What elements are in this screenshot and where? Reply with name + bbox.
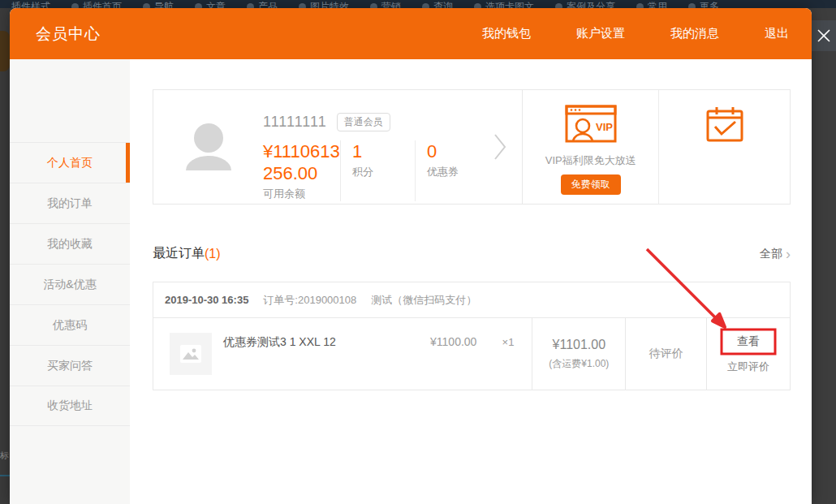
- background-nav-item: 查询: [422, 1, 453, 8]
- sidebar: 个人首页 我的订单 我的收藏 活动&优惠 优惠码 买家问答 收货地址: [10, 59, 130, 504]
- order-datetime: 2019-10-30 16:35: [165, 294, 248, 306]
- product-unit-price: ¥1100.00: [399, 335, 476, 348]
- username: 11111111: [263, 114, 327, 131]
- chevron-right-icon: ›: [786, 248, 791, 260]
- vip-promo-text: VIP福利限免大放送: [545, 153, 636, 168]
- member-level-badge: 普通会员: [337, 113, 390, 131]
- order-row: 优惠券测试3 1 XXL 12 ¥1100.00 ×1 ¥1101.00 (含运…: [153, 318, 790, 390]
- chevron-right-icon: [493, 132, 507, 162]
- view-all-link[interactable]: 全部 ›: [760, 247, 791, 261]
- order-total-cell: ¥1101.00 (含运费¥1.00): [532, 318, 625, 390]
- order-table: 2019-10-30 16:35 订单号:2019000108 测试（微信扫码支…: [153, 282, 791, 390]
- recent-orders-title: 最近订单: [153, 245, 205, 262]
- sidebar-item-home[interactable]: 个人首页: [10, 142, 130, 183]
- product-title[interactable]: 优惠券测试3 1 XXL 12: [223, 335, 399, 350]
- profile-detail-chevron[interactable]: [493, 132, 507, 165]
- order-status: 待评价: [649, 347, 683, 361]
- page-title: 会员中心: [36, 24, 101, 45]
- order-number: 订单号:2019000108: [263, 293, 356, 308]
- nav-my-wallet[interactable]: 我的钱包: [482, 26, 531, 41]
- vip-promo-cell: VIP VIP福利限免大放送 免费领取: [523, 90, 658, 204]
- nav-account-settings[interactable]: 账户设置: [576, 26, 625, 41]
- sidebar-item-orders[interactable]: 我的订单: [10, 183, 130, 223]
- close-icon: [816, 28, 832, 44]
- sidebar-item-promotions[interactable]: 活动&优惠: [10, 264, 130, 304]
- order-status-cell: 待评价: [625, 318, 706, 390]
- member-center-modal: 会员中心 我的钱包 账户设置 我的消息 退出 个人首页 我的订单 我的收藏 活动…: [10, 8, 812, 504]
- background-nav-item: 导航: [143, 1, 174, 8]
- free-claim-button[interactable]: 免费领取: [561, 174, 621, 195]
- shipping-note: (含运费¥1.00): [549, 357, 609, 371]
- svg-text:VIP: VIP: [596, 121, 613, 133]
- background-nav-item: 图片特效: [299, 1, 349, 8]
- profile-card: 11111111 普通会员 ¥1110613256.00 可用余额 1 积分: [153, 89, 523, 205]
- balance-value: ¥1110613256.00: [263, 140, 340, 184]
- balance-label: 可用余额: [263, 187, 340, 201]
- product-cell: 优惠券测试3 1 XXL 12 ¥1100.00 ×1: [153, 318, 532, 390]
- header-nav: 我的钱包 账户设置 我的消息 退出: [482, 26, 789, 41]
- points-stat: 1 积分: [340, 140, 415, 201]
- coupons-label: 优惠券: [427, 165, 459, 179]
- recent-orders-header: 最近订单(1) 全部 ›: [153, 245, 791, 262]
- sidebar-item-buyer-qa[interactable]: 买家问答: [10, 345, 130, 386]
- order-payment-note: 测试（微信扫码支付）: [371, 293, 476, 308]
- background-nav-item: 文章: [195, 1, 226, 8]
- background-nav-item: 营销: [370, 1, 401, 8]
- order-total: ¥1101.00: [553, 338, 606, 352]
- close-button[interactable]: [812, 20, 836, 51]
- sidebar-item-shipping-address[interactable]: 收货地址: [10, 386, 130, 426]
- background-nav-item: 插件样式: [11, 1, 50, 8]
- background-nav-item: 案例及分享: [555, 1, 615, 8]
- modal-header: 会员中心 我的钱包 账户设置 我的消息 退出: [10, 8, 812, 59]
- coupons-value: 0: [427, 140, 459, 162]
- background-text-fragment: 标: [0, 450, 10, 461]
- nav-logout[interactable]: 退出: [765, 26, 789, 41]
- points-value: 1: [352, 140, 415, 162]
- background-divider: [0, 475, 10, 476]
- nav-my-messages[interactable]: 我的消息: [670, 26, 719, 41]
- coupons-stat: 0 优惠券: [415, 140, 473, 201]
- order-meta-row: 2019-10-30 16:35 订单号:2019000108 测试（微信扫码支…: [153, 282, 790, 318]
- background-nav-item: 插件首页: [71, 1, 122, 8]
- avatar: [186, 123, 231, 170]
- vip-browser-icon: VIP: [565, 105, 617, 143]
- view-order-button[interactable]: 查看: [737, 334, 760, 349]
- order-actions-cell: 查看 立即评价: [706, 318, 790, 390]
- review-now-button[interactable]: 立即评价: [727, 360, 769, 374]
- points-label: 积分: [352, 165, 415, 179]
- recent-orders-count: (1): [205, 247, 221, 261]
- background-browser-bar: 插件样式 插件首页 导航 文章 产品 图片特效 营销 查询 选项卡图文 案例及分…: [0, 0, 836, 8]
- product-thumbnail[interactable]: [170, 333, 212, 375]
- checkin-cell: [658, 90, 790, 204]
- image-placeholder-icon: [179, 344, 202, 364]
- balance-stat: ¥1110613256.00 可用余额: [263, 140, 340, 201]
- background-nav-item: 选项卡图文: [474, 1, 534, 8]
- background-nav-item: 更多: [688, 1, 719, 8]
- background-nav-item: 产品: [247, 1, 278, 8]
- product-quantity: ×1: [476, 336, 532, 348]
- promo-card: VIP VIP福利限免大放送 免费领取: [522, 89, 791, 205]
- background-blob: [0, 31, 10, 71]
- sidebar-item-favorites[interactable]: 我的收藏: [10, 223, 130, 264]
- main-content: 11111111 普通会员 ¥1110613256.00 可用余额 1 积分: [130, 59, 812, 504]
- sidebar-item-coupon-code[interactable]: 优惠码: [10, 304, 130, 345]
- calendar-check-icon[interactable]: [705, 105, 745, 144]
- background-nav-item: 常用: [636, 1, 667, 8]
